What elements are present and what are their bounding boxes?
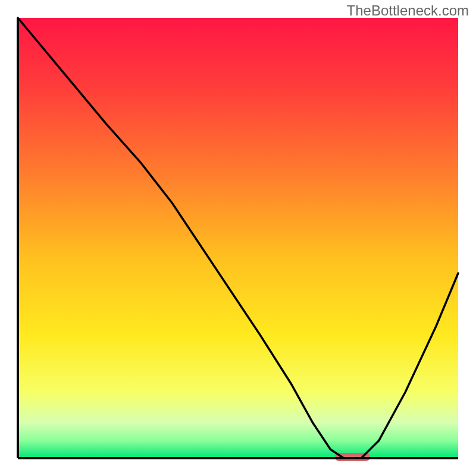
gradient-background (18, 18, 458, 458)
watermark-text: TheBottleneck.com (347, 2, 469, 19)
chart-container: TheBottleneck.com (0, 0, 476, 476)
bottleneck-chart (0, 0, 476, 476)
